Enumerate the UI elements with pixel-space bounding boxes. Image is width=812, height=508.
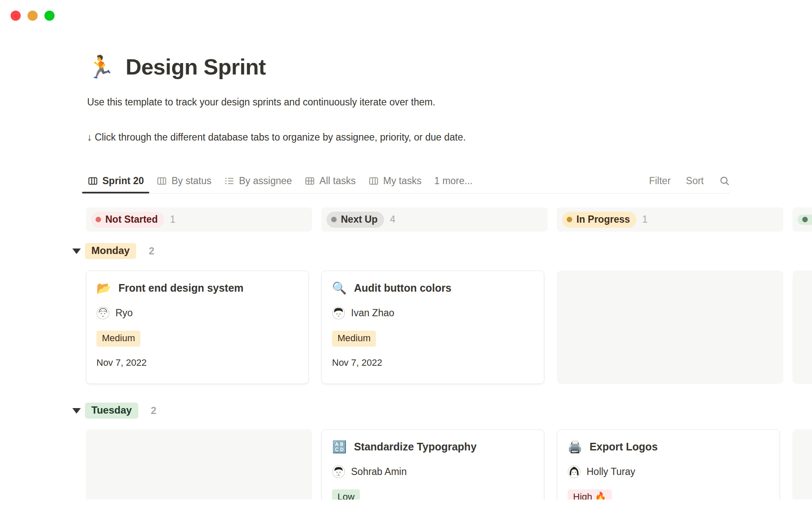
window-bottom-edge: [0, 500, 812, 508]
status-dot: [331, 217, 337, 222]
zoom-button[interactable]: [44, 11, 55, 21]
card-title: Standardize Typography: [354, 441, 477, 453]
tab-label: All tasks: [319, 175, 356, 187]
column-header-not-started: Not Started 1: [86, 207, 312, 232]
column-count: 1: [170, 214, 176, 225]
tab-by-status[interactable]: By status: [150, 168, 218, 193]
list-view-icon: [224, 176, 235, 186]
filter-button[interactable]: Filter: [649, 175, 671, 187]
card-export-logos[interactable]: 🖨️ Export Logos Holly Turay High 🔥: [557, 429, 780, 508]
status-label: Not Started: [105, 214, 158, 225]
collapse-toggle[interactable]: [68, 248, 85, 254]
tab-label: 1 more...: [434, 175, 473, 187]
column-header-in-progress: In Progress 1: [557, 207, 783, 232]
assignee-name: Ryo: [115, 307, 133, 319]
empty-cell-partial-monday: [793, 271, 812, 384]
column-header-next-up: Next Up 4: [321, 207, 548, 232]
chevron-down-icon: [72, 408, 81, 414]
status-dot: [96, 217, 101, 222]
assignee-name: Holly Turay: [587, 466, 635, 478]
empty-cell-in-progress-monday: [557, 271, 783, 384]
priority-pill: Medium: [332, 331, 376, 347]
search-button[interactable]: [719, 175, 730, 187]
card-title: Audit button colors: [354, 282, 452, 294]
tab-all-tasks[interactable]: All tasks: [298, 168, 362, 193]
group-tag-monday: Monday: [85, 243, 136, 259]
avatar-holly-turay: [568, 465, 581, 478]
magnifier-icon: 🔍: [332, 282, 347, 294]
card-front-end-design-system[interactable]: 📂 Front end design system Ryo Medium Nov…: [86, 271, 309, 384]
tab-label: By assignee: [239, 175, 292, 187]
card-title: Export Logos: [590, 441, 658, 453]
sort-button[interactable]: Sort: [686, 175, 704, 187]
tab-label: My tasks: [383, 175, 422, 187]
priority-pill: Medium: [96, 331, 140, 347]
tuesday-cards-row: 🔠 Standardize Typography Sohrab Amin Low: [86, 429, 812, 508]
avatar-ivan-zhao: [332, 306, 345, 320]
search-icon: [719, 175, 730, 187]
page-hint-text: ↓ Click through the different database t…: [87, 132, 466, 143]
page-description: Use this template to track your design s…: [87, 97, 435, 108]
status-pill-in-progress[interactable]: In Progress: [562, 212, 636, 228]
board-view-icon: [88, 176, 98, 186]
minimize-button[interactable]: [27, 11, 38, 21]
tab-label: Sprint 20: [102, 175, 144, 187]
chevron-down-icon: [72, 248, 81, 254]
page-icon-runner-emoji[interactable]: 🏃: [87, 56, 115, 78]
status-dot: [567, 217, 572, 222]
group-count: 2: [149, 245, 154, 257]
board-view-icon: [368, 176, 379, 186]
avatar-ryo: [96, 306, 110, 320]
tab-label: By status: [171, 175, 211, 187]
empty-cell-partial-tuesday: [793, 429, 812, 508]
column-count: 4: [390, 214, 395, 225]
status-dot: [802, 217, 808, 222]
group-row-tuesday: Tuesday 2: [86, 403, 812, 419]
status-label: In Progress: [576, 214, 630, 225]
collapse-toggle[interactable]: [68, 408, 85, 414]
assignee-name: Sohrab Amin: [351, 466, 407, 478]
kanban-board: Not Started 1 Next Up 4 In Progress 1: [86, 207, 812, 508]
status-label: Next Up: [341, 214, 378, 225]
card-standardize-typography[interactable]: 🔠 Standardize Typography Sohrab Amin Low: [321, 429, 544, 508]
status-pill-not-started[interactable]: Not Started: [91, 212, 164, 228]
database-view-tabs: Sprint 20 By status By assignee All task…: [81, 168, 730, 193]
window-controls: [11, 11, 55, 21]
table-view-icon: [304, 176, 315, 186]
card-title: Front end design system: [118, 282, 244, 294]
tab-by-assignee[interactable]: By assignee: [218, 168, 298, 193]
printer-icon: 🖨️: [568, 441, 582, 453]
column-count: 1: [642, 214, 648, 225]
column-header-row: Not Started 1 Next Up 4 In Progress 1: [86, 207, 812, 232]
abcd-icon: 🔠: [332, 441, 347, 453]
due-date: Nov 7, 2022: [332, 357, 534, 368]
tab-sprint-20[interactable]: Sprint 20: [81, 168, 150, 193]
status-pill-partial[interactable]: [798, 215, 812, 225]
card-audit-button-colors[interactable]: 🔍 Audit button colors Ivan Zhao Medium N…: [321, 271, 544, 384]
column-header-partial: [793, 207, 812, 232]
assignee-name: Ivan Zhao: [351, 307, 394, 319]
board-view-icon: [156, 176, 167, 186]
close-button[interactable]: [11, 11, 21, 21]
group-row-monday: Monday 2: [86, 243, 812, 259]
tab-more-views[interactable]: 1 more...: [428, 168, 479, 193]
page-title: Design Sprint: [126, 54, 266, 80]
status-pill-next-up[interactable]: Next Up: [326, 212, 384, 228]
group-tag-tuesday: Tuesday: [85, 403, 138, 419]
group-count: 2: [151, 405, 156, 417]
avatar-sohrab-amin: [332, 465, 345, 478]
monday-cards-row: 📂 Front end design system Ryo Medium Nov…: [86, 271, 812, 384]
empty-cell-not-started-tuesday: [86, 429, 312, 508]
folder-icon: 📂: [96, 282, 111, 294]
tab-my-tasks[interactable]: My tasks: [362, 168, 428, 193]
notion-window: 🏃 Design Sprint Use this template to tra…: [0, 0, 812, 508]
due-date: Nov 7, 2022: [96, 357, 298, 368]
